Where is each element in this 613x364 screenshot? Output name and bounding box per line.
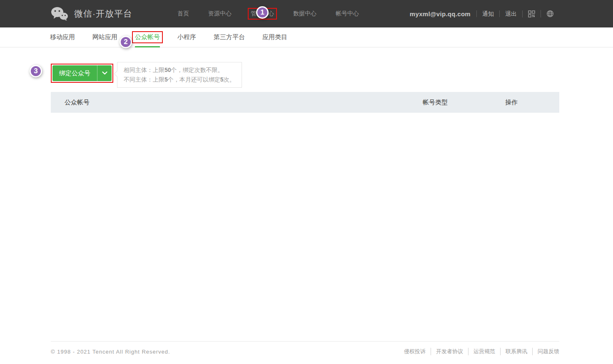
- nav-account-center[interactable]: 帐号中心: [336, 10, 359, 17]
- wechat-logo-icon: [51, 7, 68, 21]
- footer-link-developer-agreement[interactable]: 开发者协议: [431, 348, 468, 355]
- footer-links: 侵权投诉 开发者协议 运营规范 联系腾讯 问题反馈: [399, 348, 559, 355]
- tab-website-app[interactable]: 网站应用: [92, 27, 117, 47]
- column-actions: 操作: [505, 99, 559, 106]
- qrcode-icon[interactable]: [522, 10, 541, 17]
- chevron-down-icon[interactable]: [97, 65, 112, 81]
- accounts-table-header: 公众帐号 帐号类型 操作: [51, 92, 559, 113]
- column-account-type: 帐号类型: [423, 99, 505, 106]
- globe-icon[interactable]: [541, 10, 559, 17]
- tab-mini-program[interactable]: 小程序: [177, 27, 196, 47]
- footer-link-infringement[interactable]: 侵权投诉: [399, 348, 431, 355]
- tab-app-category[interactable]: 应用类目: [262, 27, 287, 47]
- logout-link[interactable]: 退出: [499, 10, 522, 17]
- bind-button-annotation-box: 绑定公众号: [51, 64, 113, 83]
- page: { "header": { "brand": "微信·开放平台", "nav":…: [0, 0, 613, 364]
- tab-mobile-app[interactable]: 移动应用: [50, 27, 75, 47]
- accounts-table-body: [51, 113, 559, 129]
- tab-third-party-platform[interactable]: 第三方平台: [214, 27, 245, 47]
- copyright-text: © 1998 - 2021 Tencent All Right Reserved…: [51, 349, 170, 355]
- footer-link-contact-tencent[interactable]: 联系腾讯: [500, 348, 532, 355]
- account-email: myxml@vip.qq.com: [410, 10, 476, 17]
- tips-line-1: 相同主体：上限50个，绑定次数不限。: [124, 65, 235, 75]
- nav-resource-center[interactable]: 资源中心: [208, 10, 232, 17]
- subnav: 移动应用 网站应用 公众帐号 小程序 第三方平台 应用类目: [0, 27, 613, 47]
- tab-official-account-label: 公众帐号: [132, 31, 163, 43]
- top-header: 微信·开放平台 首页 资源中心 管理中心 数据中心 帐号中心 myxml@vip…: [0, 0, 613, 27]
- annotation-step-1: 1: [256, 6, 269, 19]
- main-content: 绑定公众号 相同主体：上限50个，绑定次数不限。 不同主体：上限5个，本月还可以…: [51, 63, 559, 129]
- tips-line-2: 不同主体：上限5个，本月还可以绑定5次。: [124, 75, 235, 84]
- column-official-account: 公众帐号: [51, 99, 423, 106]
- nav-data-center[interactable]: 数据中心: [293, 10, 316, 17]
- annotation-step-2: 2: [120, 36, 132, 48]
- bind-button-label: 绑定公众号: [52, 65, 97, 81]
- footer-link-operation-rules[interactable]: 运营规范: [468, 348, 500, 355]
- toolbar: 绑定公众号 相同主体：上限50个，绑定次数不限。 不同主体：上限5个，本月还可以…: [51, 63, 559, 88]
- binding-limit-tips: 相同主体：上限50个，绑定次数不限。 不同主体：上限5个，本月还可以绑定5次。: [117, 62, 242, 88]
- bind-official-account-button[interactable]: 绑定公众号: [52, 65, 112, 81]
- tab-official-account[interactable]: 公众帐号: [135, 27, 160, 47]
- footer-link-feedback[interactable]: 问题反馈: [532, 348, 559, 355]
- footer: © 1998 - 2021 Tencent All Right Reserved…: [51, 341, 559, 355]
- brand-title: 微信·开放平台: [74, 8, 132, 20]
- annotation-step-3: 3: [30, 65, 42, 77]
- account-area: myxml@vip.qq.com 通知 退出: [410, 10, 559, 17]
- notifications-link[interactable]: 通知: [476, 10, 499, 17]
- brand: 微信·开放平台: [51, 7, 132, 21]
- nav-home[interactable]: 首页: [177, 10, 189, 17]
